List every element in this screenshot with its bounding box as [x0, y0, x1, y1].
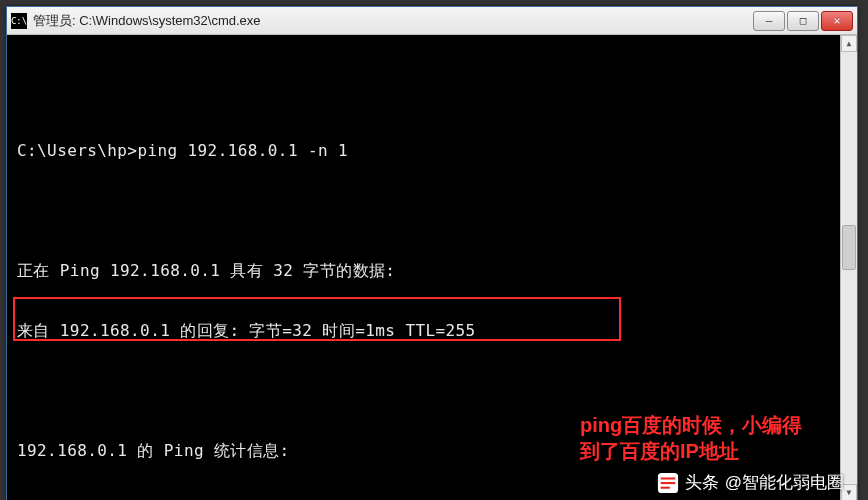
app-icon: C:\: [11, 13, 27, 29]
annotation-text: ping百度的时候，小编得 到了百度的IP地址: [580, 412, 802, 464]
annotation-line: 到了百度的IP地址: [580, 438, 802, 464]
console-line: [17, 81, 849, 101]
console-line: [17, 201, 849, 221]
watermark-prefix: 头条: [685, 471, 719, 494]
window-title: 管理员: C:\Windows\system32\cmd.exe: [33, 12, 753, 30]
svg-rect-2: [660, 482, 675, 484]
toutiao-icon: [657, 472, 679, 494]
svg-rect-3: [660, 486, 669, 488]
annotation-line: ping百度的时候，小编得: [580, 412, 802, 438]
vertical-scrollbar[interactable]: ▲ ▼: [840, 35, 857, 500]
console-line: 正在 Ping 192.168.0.1 具有 32 字节的数据:: [17, 261, 849, 281]
watermark: 头条 @智能化弱电圈: [657, 471, 844, 494]
console-line: C:\Users\hp>ping 192.168.0.1 -n 1: [17, 141, 849, 161]
watermark-author: @智能化弱电圈: [725, 471, 844, 494]
close-button[interactable]: ✕: [821, 11, 853, 31]
titlebar[interactable]: C:\ 管理员: C:\Windows\system32\cmd.exe — □…: [7, 7, 857, 35]
scroll-up-arrow-icon[interactable]: ▲: [841, 35, 857, 52]
window-controls: — □ ✕: [753, 11, 853, 31]
scroll-track[interactable]: [841, 52, 857, 484]
maximize-button[interactable]: □: [787, 11, 819, 31]
svg-rect-1: [660, 477, 675, 479]
console-line: 来自 192.168.0.1 的回复: 字节=32 时间=1ms TTL=255: [17, 321, 849, 341]
console-line: [17, 381, 849, 401]
scroll-thumb[interactable]: [842, 225, 856, 270]
minimize-button[interactable]: —: [753, 11, 785, 31]
